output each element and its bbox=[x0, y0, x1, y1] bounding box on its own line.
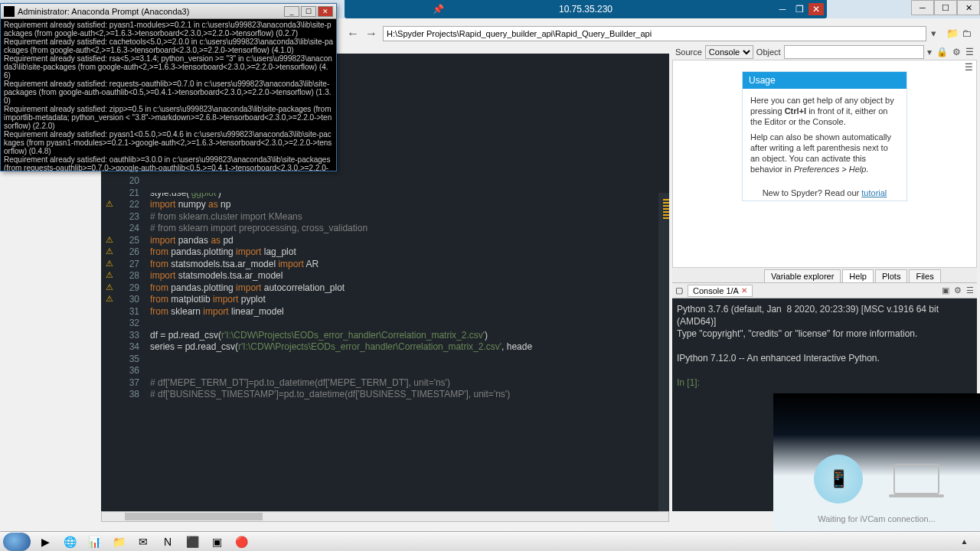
help-pane: ☰ Usage Here you can get help of any obj… bbox=[672, 60, 977, 268]
working-dir-input[interactable] bbox=[383, 26, 926, 41]
cmd-min-button[interactable]: _ bbox=[284, 6, 299, 17]
outer-close-button[interactable]: ✕ bbox=[957, 0, 980, 15]
cmd-output[interactable]: Requirement already satisfied: pyasn1-mo… bbox=[1, 19, 336, 171]
help-tabs: Variable explorerHelpPlotsFiles bbox=[672, 268, 977, 283]
console-tabs: ▢ Console 1/A ✕ ▣ ⚙ ☰ bbox=[672, 283, 977, 298]
taskbar-app-4[interactable]: ✉ bbox=[132, 533, 155, 550]
lock-icon[interactable]: 🔒 bbox=[936, 47, 948, 57]
options-icon[interactable]: ⚙ bbox=[954, 285, 962, 295]
cmd-max-button[interactable]: ☐ bbox=[301, 6, 316, 17]
ivcam-status: Waiting for iVCam connection... bbox=[818, 514, 936, 523]
phone-icon: 📱 bbox=[814, 455, 863, 504]
tab-variable-explorer[interactable]: Variable explorer bbox=[764, 269, 841, 282]
dropdown-icon[interactable]: ▾ bbox=[931, 28, 943, 40]
back-button[interactable]: ← bbox=[346, 27, 360, 41]
taskbar-app-7[interactable]: ▣ bbox=[205, 533, 228, 550]
outer-window-controls: ─ ☐ ✕ bbox=[911, 0, 980, 15]
cmd-titlebar[interactable]: Administrator: Anaconda Prompt (Anaconda… bbox=[1, 4, 336, 19]
taskbar-app-1[interactable]: 🌐 bbox=[58, 533, 81, 550]
cmd-title-text: Administrator: Anaconda Prompt (Anaconda… bbox=[18, 7, 189, 16]
object-input[interactable] bbox=[784, 45, 924, 59]
remote-ip: 10.75.35.230 bbox=[559, 4, 612, 15]
menu-icon[interactable]: ☰ bbox=[965, 62, 973, 73]
taskbar-app-2[interactable]: 📊 bbox=[83, 533, 106, 550]
laptop-icon bbox=[893, 464, 939, 494]
taskbar-app-8[interactable]: 🔴 bbox=[230, 533, 253, 550]
tab-help[interactable]: Help bbox=[842, 269, 874, 282]
remote-session-bar: 📌 10.75.35.230 ─ ❐ ✕ bbox=[345, 0, 827, 18]
dropdown-icon[interactable]: ▾ bbox=[927, 47, 932, 57]
object-label: Object bbox=[756, 47, 781, 57]
folder-icon[interactable]: 🗀 bbox=[962, 28, 974, 40]
remote-restore-button[interactable]: ❐ bbox=[792, 3, 807, 15]
menu-icon[interactable]: ☰ bbox=[966, 285, 974, 295]
cmd-icon bbox=[4, 6, 15, 17]
system-tray[interactable]: ▲ bbox=[961, 537, 977, 546]
help-source-bar: Source Console Object ▾ 🔒 ⚙ ☰ bbox=[672, 44, 977, 60]
close-tab-icon[interactable]: ✕ bbox=[741, 286, 747, 295]
path-toolbar: ← → ▾ 📁 🗀 bbox=[343, 24, 977, 43]
cmd-close-button[interactable]: ✕ bbox=[318, 6, 333, 17]
interrupt-icon[interactable]: ▣ bbox=[942, 285, 949, 295]
usage-header: Usage bbox=[743, 72, 906, 89]
taskbar-app-5[interactable]: N bbox=[156, 533, 179, 550]
source-label: Source bbox=[675, 47, 702, 57]
taskbar-app-3[interactable]: 📁 bbox=[107, 533, 130, 550]
start-button[interactable] bbox=[3, 533, 31, 551]
stop-icon[interactable]: ▢ bbox=[675, 285, 683, 295]
remote-close-button[interactable]: ✕ bbox=[808, 3, 824, 15]
tab-plots[interactable]: Plots bbox=[875, 269, 907, 282]
taskbar-app-6[interactable]: ⬛ bbox=[181, 533, 204, 550]
usage-body: Here you can get help of any object by p… bbox=[743, 89, 906, 185]
remote-min-button[interactable]: ─ bbox=[775, 3, 790, 15]
forward-button[interactable]: → bbox=[364, 27, 378, 41]
usage-footer: New to Spyder? Read our tutorial bbox=[743, 185, 906, 201]
anaconda-prompt-window[interactable]: Administrator: Anaconda Prompt (Anaconda… bbox=[0, 3, 337, 171]
ivcam-overlay: 📱 Waiting for iVCam connection... bbox=[773, 393, 980, 531]
editor-h-scrollbar[interactable] bbox=[101, 511, 669, 522]
outer-min-button[interactable]: ─ bbox=[911, 0, 934, 15]
outer-max-button[interactable]: ☐ bbox=[934, 0, 957, 15]
console-tab[interactable]: Console 1/A ✕ bbox=[688, 285, 753, 297]
tutorial-link[interactable]: tutorial bbox=[861, 188, 887, 197]
tab-files[interactable]: Files bbox=[909, 269, 940, 282]
source-select[interactable]: Console bbox=[705, 45, 753, 59]
taskbar: ▶🌐📊📁✉N⬛▣🔴 ▲ bbox=[0, 531, 980, 551]
folder-up-icon[interactable]: 📁 bbox=[946, 28, 959, 40]
taskbar-app-0[interactable]: ▶ bbox=[34, 533, 57, 550]
menu-icon[interactable]: ☰ bbox=[965, 47, 974, 57]
pin-icon[interactable]: 📌 bbox=[433, 4, 444, 15]
gear-icon[interactable]: ⚙ bbox=[952, 47, 961, 57]
